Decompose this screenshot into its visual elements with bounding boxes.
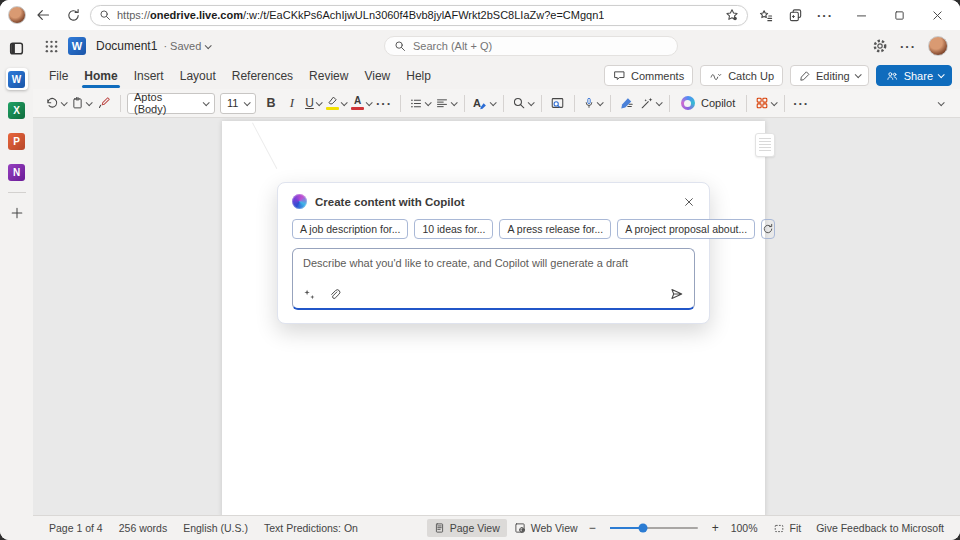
settings-gear-icon[interactable] <box>872 38 888 54</box>
chevron-down-icon <box>244 99 251 106</box>
copilot-icon <box>681 96 695 110</box>
word-logo-icon[interactable]: W <box>68 37 86 55</box>
collections-icon[interactable] <box>782 3 808 27</box>
editor-button[interactable] <box>617 92 637 114</box>
tab-review[interactable]: Review <box>301 65 356 87</box>
suggestion-chip[interactable]: A project proposal about... <box>617 219 755 239</box>
minimize-button[interactable] <box>848 3 874 27</box>
dictate-button[interactable] <box>581 92 604 114</box>
back-button[interactable] <box>30 3 56 27</box>
word-count-status[interactable]: 256 words <box>111 522 175 534</box>
undo-button[interactable] <box>43 92 68 114</box>
refresh-button[interactable] <box>60 3 86 27</box>
rail-powerpoint-app[interactable]: P <box>6 130 28 152</box>
toolbar-more-button[interactable]: ··· <box>791 92 811 114</box>
zoom-level[interactable]: 100% <box>723 522 766 534</box>
format-painter-button[interactable] <box>94 92 114 114</box>
styles-button[interactable]: A <box>471 92 497 114</box>
browser-menu-icon[interactable]: ··· <box>812 3 838 27</box>
app-search-box[interactable] <box>384 36 678 56</box>
suggestion-chip[interactable]: 10 ideas for... <box>414 219 493 239</box>
save-status[interactable]: · Saved <box>163 40 210 52</box>
search-input[interactable] <box>413 40 668 52</box>
zoom-slider-thumb[interactable] <box>639 524 648 533</box>
document-canvas: Create content with Copilot A job descri… <box>33 118 960 515</box>
copilot-prompt-input[interactable] <box>303 257 684 273</box>
tab-layout[interactable]: Layout <box>172 65 224 87</box>
browser-profile-avatar[interactable] <box>8 6 26 24</box>
ribbon-toolbar: Aptos (Body) 11 B I U A <box>33 89 960 118</box>
paste-button[interactable] <box>69 92 93 114</box>
font-size-select[interactable]: 11 <box>220 93 256 114</box>
suggestion-chip[interactable]: A press release for... <box>499 219 611 239</box>
more-font-options-button[interactable]: ··· <box>374 92 394 114</box>
dialog-close-icon[interactable] <box>683 196 695 208</box>
auto-rewrite-wand-button[interactable] <box>638 92 663 114</box>
rail-excel-app[interactable]: X <box>6 99 28 121</box>
account-avatar[interactable] <box>928 36 948 56</box>
zoom-slider[interactable] <box>610 527 698 529</box>
collapsed-comment-card[interactable] <box>755 133 775 157</box>
bold-button[interactable]: B <box>261 92 281 114</box>
chevron-down-icon <box>425 99 432 106</box>
chevron-down-icon <box>61 99 68 106</box>
comments-button[interactable]: Comments <box>604 65 693 86</box>
suggestion-chip[interactable]: A job description for... <box>292 219 408 239</box>
tab-help[interactable]: Help <box>398 65 439 87</box>
page-view-button[interactable]: Page View <box>427 519 507 537</box>
find-button[interactable] <box>510 92 535 114</box>
attach-paperclip-icon[interactable] <box>328 288 341 301</box>
rewrite-sparkle-icon[interactable] <box>303 288 316 301</box>
feedback-link[interactable]: Give Feedback to Microsoft <box>808 522 952 534</box>
document-title[interactable]: Document1 <box>96 39 157 53</box>
highlight-button[interactable] <box>324 92 348 114</box>
ribbon-collapse-button[interactable] <box>930 92 950 114</box>
bullets-button[interactable] <box>407 92 432 114</box>
chevron-down-icon <box>771 99 778 106</box>
page-decoration-line <box>252 123 277 169</box>
add-app-button[interactable] <box>6 202 28 224</box>
underline-button[interactable]: U <box>303 92 323 114</box>
tab-references[interactable]: References <box>224 65 301 87</box>
font-name-select[interactable]: Aptos (Body) <box>127 93 215 114</box>
bookmark-star-icon[interactable] <box>725 8 739 22</box>
language-status[interactable]: English (U.S.) <box>175 522 256 534</box>
catch-up-button[interactable]: Catch Up <box>700 65 783 86</box>
italic-button[interactable]: I <box>282 92 302 114</box>
rail-word-app[interactable]: W <box>6 68 28 90</box>
favorites-icon[interactable] <box>752 3 778 27</box>
tab-file[interactable]: File <box>41 65 76 87</box>
tab-view[interactable]: View <box>356 65 398 87</box>
address-bar[interactable]: https://onedrive.live.com/:w:/t/EaCKkPs6… <box>90 5 748 26</box>
copilot-button[interactable]: Copilot <box>676 92 740 114</box>
status-bar: Page 1 of 4 256 words English (U.S.) Tex… <box>33 515 960 540</box>
send-prompt-icon[interactable] <box>669 287 684 301</box>
page-count-status[interactable]: Page 1 of 4 <box>41 522 111 534</box>
tab-home[interactable]: Home <box>76 65 125 87</box>
chevron-down-icon <box>451 99 458 106</box>
zoom-in-button[interactable]: + <box>708 521 723 535</box>
rail-onenote-app[interactable]: N <box>6 161 28 183</box>
add-ins-button[interactable] <box>753 92 778 114</box>
sidebar-panel-icon[interactable] <box>6 37 28 59</box>
search-pane-icon[interactable] <box>548 92 568 114</box>
web-view-button[interactable]: Web View <box>507 519 585 537</box>
align-button[interactable] <box>433 92 458 114</box>
chevron-down-icon <box>854 71 861 78</box>
font-color-button[interactable]: A <box>349 92 373 114</box>
app-rail: W X P N <box>0 30 33 540</box>
editing-mode-button[interactable]: Editing <box>790 65 869 86</box>
refresh-suggestions-button[interactable] <box>761 219 775 239</box>
close-button[interactable] <box>924 3 950 27</box>
zoom-out-button[interactable]: − <box>585 521 600 535</box>
copilot-create-dialog: Create content with Copilot A job descri… <box>277 182 710 324</box>
tab-insert[interactable]: Insert <box>126 65 172 87</box>
divider <box>784 95 785 112</box>
share-button[interactable]: Share <box>876 65 952 86</box>
text-predictions-status[interactable]: Text Predictions: On <box>256 522 366 534</box>
maximize-button[interactable] <box>886 3 912 27</box>
fit-button[interactable]: Fit <box>766 519 809 537</box>
app-launcher-icon[interactable] <box>45 40 58 53</box>
rail-divider <box>8 192 26 193</box>
header-more-icon[interactable]: ··· <box>900 39 916 54</box>
